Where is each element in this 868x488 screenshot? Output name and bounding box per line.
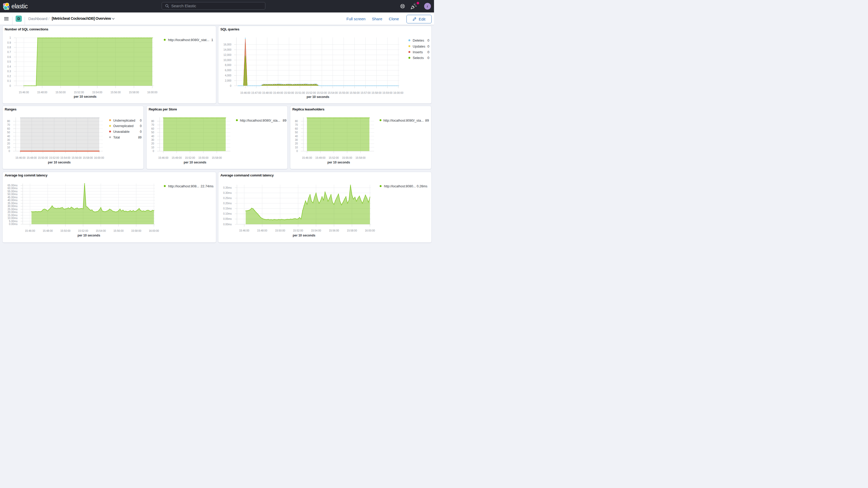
svg-text:15:58:00: 15:58:00 [131,229,141,232]
svg-text:Underreplicated: Underreplicated [113,119,135,122]
svg-text:0.10ms: 0.10ms [223,212,232,215]
svg-text:15:46:00: 15:46:00 [19,91,29,94]
svg-text:15:52:00: 15:52:00 [49,156,59,159]
svg-text:per 10 seconds: per 10 seconds [48,160,71,164]
svg-text:40.00ms: 40.00ms [7,199,18,202]
svg-text:8,000: 8,000 [225,64,231,66]
svg-text:15:55:00: 15:55:00 [342,156,352,159]
svg-text:60: 60 [151,127,154,130]
svg-text:0: 0 [8,150,10,153]
svg-text:15:49:00: 15:49:00 [172,156,182,159]
svg-text:http://localhost:808...: http://localhost:808... [168,184,199,188]
svg-text:20: 20 [7,143,10,145]
svg-text:60.00ms: 60.00ms [7,187,18,190]
svg-text:0.7: 0.7 [7,51,11,54]
svg-text:50: 50 [295,131,298,134]
svg-text:15:49:00: 15:49:00 [315,156,326,159]
svg-text:Ranges: Ranges [4,107,16,111]
svg-text:0: 0 [296,150,298,153]
svg-text:22.74ms: 22.74ms [200,184,213,188]
svg-text:15:52:00: 15:52:00 [74,91,84,94]
svg-text:15:52:00: 15:52:00 [306,91,316,94]
svg-text:0.9: 0.9 [7,41,11,44]
svg-text:89: 89 [425,119,429,122]
svg-text:15:59:00: 15:59:00 [382,91,393,94]
svg-text:16:00:00: 16:00:00 [94,156,104,159]
svg-text:0.30ms: 0.30ms [223,191,232,194]
svg-text:1: 1 [9,36,11,39]
svg-text:40: 40 [151,135,154,138]
svg-text:per 10 seconds: per 10 seconds [73,95,96,98]
svg-text:80: 80 [295,120,298,123]
svg-text:15:48:00: 15:48:00 [37,91,47,94]
svg-text:15:55:00: 15:55:00 [339,91,349,94]
svg-text:14,000: 14,000 [223,48,231,51]
svg-text:0.5: 0.5 [7,60,11,63]
svg-text:15:49:00: 15:49:00 [273,91,283,94]
svg-text:0.26ms: 0.26ms [417,184,428,188]
svg-text:55.00ms: 55.00ms [7,190,18,192]
svg-text:15:55:00: 15:55:00 [198,156,209,159]
svg-text:per 10 seconds: per 10 seconds [327,160,350,164]
svg-text:0: 0 [230,85,231,87]
svg-text:SQL queries: SQL queries [220,27,239,31]
svg-text:5.00ms: 5.00ms [9,220,18,222]
svg-text:Average log commit latency: Average log commit latency [5,173,48,177]
svg-text:15:47:00: 15:47:00 [251,91,261,94]
svg-text:70: 70 [295,124,298,126]
svg-text:15:46:00: 15:46:00 [302,156,312,159]
svg-text:15:52:00: 15:52:00 [329,156,339,159]
svg-text:Overreplicated: Overreplicated [113,124,133,128]
svg-text:0.2: 0.2 [7,75,11,78]
svg-text:0.05ms: 0.05ms [223,217,232,220]
svg-text:15:56:00: 15:56:00 [113,229,123,232]
svg-text:89: 89 [283,119,286,122]
svg-text:0.20ms: 0.20ms [223,202,232,205]
svg-text:per 10 seconds: per 10 seconds [184,160,206,164]
svg-text:15:52:00: 15:52:00 [78,229,88,232]
svg-text:70: 70 [7,124,10,126]
svg-text:http://localhost:8080...: http://localhost:8080... [384,184,416,188]
svg-text:Average command commit latency: Average command commit latency [220,173,274,177]
svg-text:15:46:00: 15:46:00 [239,229,249,232]
svg-text:4,000: 4,000 [225,74,231,77]
svg-text:Unavailable: Unavailable [113,130,129,134]
svg-text:0.3: 0.3 [7,70,11,73]
svg-text:10,000: 10,000 [223,59,231,62]
svg-text:15:46:00: 15:46:00 [158,156,168,159]
svg-text:per 10 seconds: per 10 seconds [292,234,315,237]
svg-text:16,000: 16,000 [223,43,231,46]
svg-text:0: 0 [153,150,154,153]
svg-text:15:46:00: 15:46:00 [16,156,26,159]
svg-text:0: 0 [428,44,429,48]
svg-text:25.00ms: 25.00ms [7,208,18,211]
svg-text:15:58:00: 15:58:00 [129,91,139,94]
svg-text:15:50:00: 15:50:00 [275,229,285,232]
svg-text:0: 0 [140,130,142,134]
svg-text:15:50:00: 15:50:00 [38,156,48,159]
svg-text:15:50:00: 15:50:00 [55,91,65,94]
svg-text:15:56:00: 15:56:00 [111,91,121,94]
svg-text:10.00ms: 10.00ms [7,217,18,220]
svg-text:15:48:00: 15:48:00 [27,156,37,159]
svg-text:1: 1 [211,38,213,42]
svg-text:0.15ms: 0.15ms [223,207,232,210]
svg-text:15:46:00: 15:46:00 [240,91,250,94]
svg-text:0.35ms: 0.35ms [223,186,232,189]
svg-text:15.00ms: 15.00ms [7,214,18,216]
svg-text:0: 0 [428,38,429,42]
svg-text:16:00:00: 16:00:00 [149,229,159,232]
svg-text:0: 0 [140,119,142,122]
svg-text:Selects: Selects [413,56,424,60]
svg-text:0: 0 [9,85,11,87]
svg-text:0.1: 0.1 [7,80,11,82]
svg-text:10: 10 [151,146,154,149]
svg-text:15:48:00: 15:48:00 [42,229,53,232]
svg-text:15:58:00: 15:58:00 [212,156,222,159]
svg-text:15:54:00: 15:54:00 [92,91,102,94]
svg-text:15:56:00: 15:56:00 [349,91,360,94]
svg-text:0: 0 [428,56,429,60]
svg-text:15:58:00: 15:58:00 [355,156,365,159]
svg-text:0.00ms: 0.00ms [223,223,232,225]
svg-text:60: 60 [7,127,10,130]
